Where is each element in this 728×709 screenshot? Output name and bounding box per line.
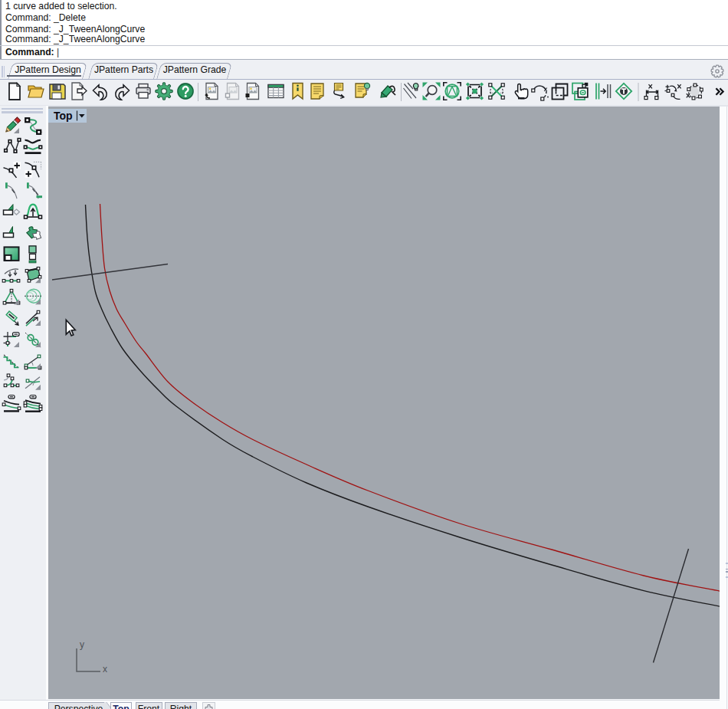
svg-text:x: x (103, 664, 107, 675)
svg-text:y: y (80, 639, 84, 650)
